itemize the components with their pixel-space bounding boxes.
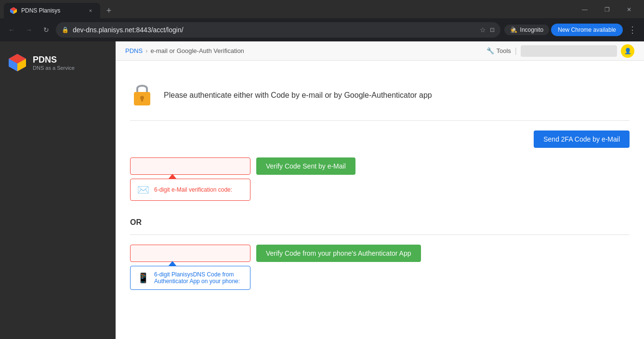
email-icon: ✉️: [137, 184, 149, 196]
breadcrumb-home[interactable]: PDNS: [125, 47, 143, 54]
email-tooltip-container: ✉️ 6-digit e-Mail verification code:: [130, 179, 250, 201]
authenticator-section: Verify Code from your phone's Authentica…: [130, 235, 630, 300]
phone-icon: 📱: [137, 272, 149, 284]
logo-text: PDNS DNS as a Service: [33, 55, 75, 71]
window-minimize-button[interactable]: —: [574, 3, 596, 16]
back-button: ←: [4, 22, 19, 38]
address-text: dev-dns.planisys.net:8443/acct/login/: [73, 26, 476, 34]
incognito-indicator: 🕵️ Incognito: [504, 25, 550, 35]
authenticator-tooltip-arrow: [169, 261, 176, 266]
email-tooltip-box: ✉️ 6-digit e-Mail verification code:: [130, 179, 250, 201]
user-avatar[interactable]: 👤: [621, 44, 634, 58]
address-security-icon: 🔒: [62, 26, 69, 33]
reload-button[interactable]: ↻: [39, 22, 54, 38]
authenticator-tooltip-box: 📱 6-digit PlanisysDNS Code from Authenti…: [130, 266, 250, 290]
new-chrome-button[interactable]: New Chrome available: [551, 24, 623, 36]
send-2fa-area: Send 2FA Code by e-Mail: [130, 121, 630, 153]
tools-icon: 🔧: [486, 47, 494, 54]
tab-close-button[interactable]: ×: [87, 7, 94, 14]
email-tooltip-text: 6-digit e-Mail verification code:: [154, 186, 232, 193]
email-tooltip-arrow: [169, 174, 176, 179]
email-input-row: Verify Code Sent by e-Mail: [130, 157, 630, 175]
header-search-bar[interactable]: [521, 45, 617, 57]
auth-header: Please authenticate either with Code by …: [130, 70, 630, 121]
authenticator-tooltip-text: 6-digit PlanisysDNS Code from Authentica…: [154, 271, 243, 285]
breadcrumb-current: e-mail or Google-Auth Verification: [150, 47, 244, 54]
tab-title: PDNS Planisys: [21, 7, 83, 14]
window-close-button[interactable]: ✕: [618, 3, 640, 16]
authenticator-code-input[interactable]: [130, 245, 250, 262]
logo-title: PDNS: [33, 55, 75, 65]
browser-menu-button[interactable]: ⋮: [625, 22, 640, 38]
sidebar-logo: PDNS DNS as a Service: [0, 49, 116, 80]
verify-authenticator-button[interactable]: Verify Code from your phone's Authentica…: [256, 245, 421, 262]
tab-favicon: [10, 7, 17, 14]
authenticator-input-row: Verify Code from your phone's Authentica…: [130, 245, 630, 262]
tools-label: Tools: [496, 47, 511, 54]
email-code-input[interactable]: [130, 157, 250, 175]
window-maximize-button[interactable]: ❐: [596, 3, 618, 16]
tools-link[interactable]: 🔧 Tools: [486, 47, 511, 54]
or-divider: OR: [130, 210, 630, 235]
breadcrumb-separator: ›: [145, 47, 147, 54]
logo-cube-icon: [8, 53, 27, 72]
incognito-label: Incognito: [520, 26, 544, 33]
auth-section: Please authenticate either with Code by …: [116, 61, 644, 309]
browser-tab-active[interactable]: PDNS Planisys ×: [4, 3, 100, 18]
email-verification-section: Verify Code Sent by e-Mail ✉️ 6-digit e-…: [130, 153, 630, 210]
auth-title: Please authenticate either with Code by …: [164, 91, 432, 100]
verify-email-button[interactable]: Verify Code Sent by e-Mail: [256, 157, 355, 175]
svg-rect-10: [141, 98, 143, 102]
lock-icon: [130, 80, 154, 109]
incognito-icon: 🕵️: [510, 26, 517, 33]
forward-button: →: [21, 22, 37, 38]
new-tab-button[interactable]: +: [102, 4, 116, 17]
breadcrumb-bar: PDNS › e-mail or Google-Auth Verificatio…: [116, 41, 644, 61]
authenticator-tooltip-container: 📱 6-digit PlanisysDNS Code from Authenti…: [130, 266, 250, 290]
lock-icon-container: [130, 80, 154, 111]
bookmark-star-icon[interactable]: ☆: [480, 26, 486, 34]
send-2fa-button[interactable]: Send 2FA Code by e-Mail: [534, 130, 630, 148]
sidebar: PDNS DNS as a Service: [0, 41, 116, 339]
main-content: PDNS › e-mail or Google-Auth Verificatio…: [116, 41, 644, 339]
breadcrumb-separator-vertical: |: [515, 47, 517, 55]
media-router-icon[interactable]: ⊡: [490, 26, 495, 33]
address-bar[interactable]: 🔒 dev-dns.planisys.net:8443/acct/login/ …: [56, 22, 500, 38]
logo-subtitle: DNS as a Service: [33, 65, 75, 71]
